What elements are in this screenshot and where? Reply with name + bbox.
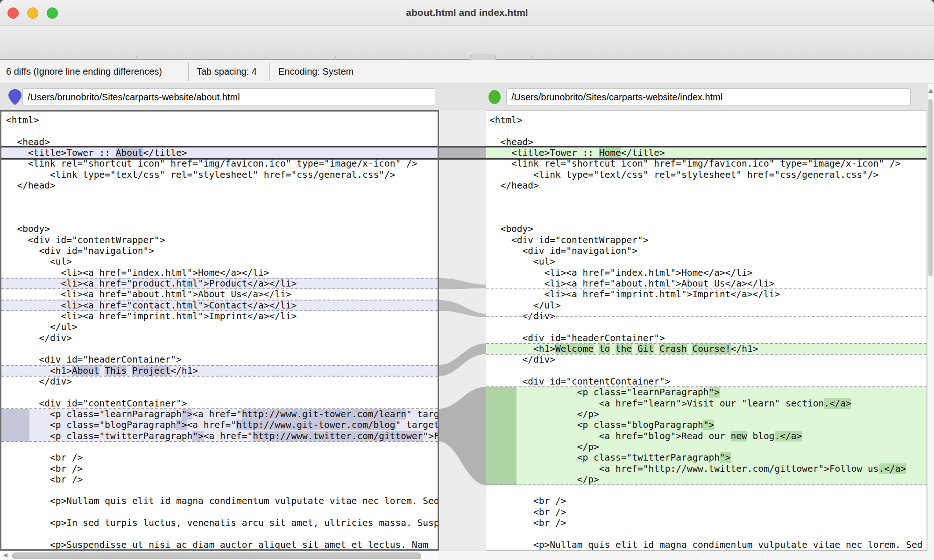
- scroll-up-arrow-icon[interactable]: [928, 89, 933, 93]
- window-title: about.html and index.html: [0, 0, 934, 25]
- code-text: [489, 485, 495, 496]
- left-editor-pane[interactable]: <html> <head> <title>Tower :: About</tit…: [0, 110, 439, 551]
- code-text: </h1>: [731, 343, 758, 354]
- code-line: [486, 202, 927, 213]
- code-text: </p>: [489, 474, 599, 485]
- code-text: <p class="blogParagraph: [6, 420, 176, 430]
- right-horizontal-scrollbar[interactable]: [439, 551, 934, 560]
- code-text: <title>Tower ::: [6, 147, 116, 158]
- code-line: [1, 507, 438, 518]
- code-text: <html>: [489, 115, 522, 126]
- code-line: <p class="learnParagraph">: [486, 387, 927, 398]
- code-line: <p class="blogParagraph">: [486, 420, 927, 430]
- diff-gutter: [439, 110, 486, 551]
- code-text: <p>Nullam quis elit id magna condimentum…: [6, 496, 439, 506]
- code-text: [687, 343, 693, 354]
- code-text: <p class="blogParagraph: [489, 420, 703, 430]
- inline-diff-highlight: to: [599, 343, 610, 354]
- encoding-status: Encoding: System: [278, 60, 354, 84]
- code-text: </title>: [621, 147, 665, 158]
- code-text: <body>: [6, 224, 50, 234]
- code-text: <br />: [489, 518, 566, 528]
- code-line: <br />: [1, 452, 438, 463]
- code-line: <ul>: [486, 256, 927, 267]
- code-text: <br />: [489, 507, 566, 518]
- code-text: [6, 507, 12, 518]
- code-line: [486, 528, 927, 539]
- code-line: <link rel="shortcut icon" href="img/favi…: [486, 158, 927, 169]
- right-editor-pane[interactable]: <html> <head> <title>Tower :: Home</titl…: [486, 110, 927, 551]
- code-text: <p>Nullam quis elit id magna condimentum…: [489, 539, 922, 550]
- connector-h1-change[interactable]: [439, 343, 486, 376]
- code-line: <li><a href="imprint.html">Imprint</a></…: [1, 311, 438, 322]
- code-line: [1, 387, 438, 398]
- inline-diff-highlight: This: [105, 365, 127, 376]
- scroll-left-arrow-icon[interactable]: [3, 553, 7, 558]
- diff-app-window: about.html and index.html: [0, 0, 934, 560]
- connector-deleted-contact-line[interactable]: [439, 300, 486, 317]
- code-line: <a href="http://www.twitter.com/gittower…: [486, 463, 927, 474]
- code-line: [1, 343, 438, 354]
- title-bar: about.html and index.html: [0, 0, 934, 26]
- code-line: <div id="contentWrapper">: [1, 235, 438, 245]
- code-text: <a href=": [204, 431, 253, 441]
- code-text: [594, 343, 599, 354]
- vertical-scroll-thumb[interactable]: [928, 99, 933, 276]
- left-file-path-input[interactable]: [22, 88, 435, 106]
- code-text: [489, 213, 495, 224]
- code-text: [489, 202, 495, 213]
- code-text: [489, 528, 495, 539]
- code-text: <title>Tower ::: [489, 147, 599, 158]
- code-line: </div>: [486, 354, 927, 365]
- inline-diff-highlight: http://www.git-tower.com/learn: [242, 409, 406, 420]
- inline-diff-highlight: the: [616, 343, 632, 354]
- code-line: [486, 485, 927, 496]
- code-text: <div id="navigation">: [6, 245, 154, 256]
- code-text: </div>: [6, 333, 72, 343]
- code-text: [6, 213, 12, 224]
- code-line: <br />: [486, 518, 927, 528]
- code-line: <div id="contentContainer">: [1, 398, 438, 409]
- code-text: </ul>: [489, 300, 561, 311]
- code-text: [6, 202, 12, 213]
- inline-diff-highlight: Git: [637, 343, 654, 354]
- code-line: <head>: [486, 137, 927, 147]
- horizontal-scroll-thumb[interactable]: [12, 553, 421, 559]
- code-text: <p class="twitterParagraph: [6, 431, 192, 441]
- connector-deleted-product-line[interactable]: [439, 278, 486, 289]
- code-text: </ul>: [6, 322, 78, 332]
- code-line: [486, 322, 927, 332]
- connector-paragraph-block-change[interactable]: [439, 387, 486, 485]
- status-separator: [188, 63, 189, 81]
- code-line: <p class="learnParagraph"><a href="http:…: [1, 409, 438, 420]
- code-line: [1, 191, 438, 202]
- code-line: <p>Nullam quis elit id magna condimentum…: [486, 539, 927, 550]
- right-file-path-input[interactable]: [506, 88, 911, 106]
- code-text: [99, 365, 105, 376]
- inline-diff-highlight: .</a>: [879, 463, 906, 474]
- code-line: <html>: [1, 115, 438, 126]
- code-line: [1, 485, 438, 496]
- code-text: <p class="learnParagraph: [6, 409, 182, 420]
- code-line: <title>Tower :: Home</title>: [486, 147, 927, 158]
- status-separator: [269, 63, 270, 81]
- code-line: </p>: [486, 409, 927, 420]
- code-line: <div id="headerContainer">: [1, 354, 438, 365]
- code-text: blog: [747, 431, 775, 441]
- connector-current-diff[interactable]: [439, 147, 486, 158]
- code-text: <li><a href="contact.html">Contact</a></…: [6, 300, 297, 311]
- code-text: <br />: [489, 496, 566, 506]
- code-text: " target="_blank">Visit our "learn" sect…: [406, 409, 439, 420]
- code-text: <p>Suspendisse ut nisi ac diam auctor al…: [6, 539, 428, 550]
- code-text: </div>: [6, 376, 72, 387]
- code-line: [1, 528, 438, 539]
- code-text: </div>: [489, 354, 555, 365]
- code-line: <h1>About This Project</h1>: [1, 365, 438, 376]
- code-line: <li><a href="about.html">About Us</a></l…: [1, 289, 438, 300]
- file-path-row: [0, 84, 934, 110]
- code-text: <a href="learn">Visit our "learn" sectio…: [489, 398, 824, 409]
- code-text: <ul>: [489, 256, 555, 267]
- code-text: <body>: [489, 224, 533, 234]
- code-text: [489, 322, 495, 332]
- code-text: [127, 365, 132, 376]
